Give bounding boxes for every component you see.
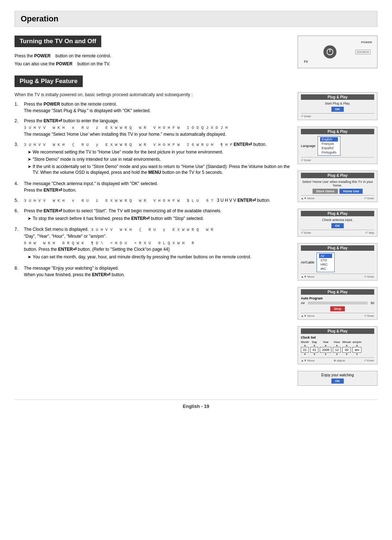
- panel4-ok-btn: OK: [331, 223, 344, 228]
- clock-col-ampm: am/pm ▲ am ▼: [352, 340, 362, 356]
- tv-remote-image: POWER SOURCE TV: [298, 36, 377, 68]
- clock-col-ampm-label: am/pm: [352, 340, 362, 344]
- plug-intro-text: When the TV is initially powered on, bas…: [15, 92, 290, 97]
- plug-play-section: Plug & Play Feature When the TV is initi…: [15, 75, 377, 389]
- panel7-label: Clock Set: [301, 336, 374, 339]
- clock-col-hour: Hour ▲ 12 ▼: [333, 340, 341, 356]
- clock-col-minute-label: Minute: [342, 340, 351, 344]
- power-button-icon: [323, 45, 336, 58]
- panel1-ok-btn: OK: [331, 107, 344, 112]
- step-3-bullet-1: ➤ We recommend setting the TV to "Home U…: [28, 149, 290, 155]
- panel-enjoy: Enjoy your watching OK: [298, 371, 377, 386]
- panel4-body: Check antenna input.: [301, 218, 374, 222]
- panel6-bottom: ▲▼ Move ⏎ Enter: [301, 313, 374, 318]
- turning-line-1: Press the POWER button on the remote con…: [15, 52, 290, 60]
- panel-antenna: Plug & Play Check antenna input. OK ⏎ En…: [298, 209, 377, 237]
- panel4-bottom: ⏎ Enter ⏎ Skip: [301, 230, 374, 234]
- step-8: 8. The message "Enjoy your watching" is …: [15, 265, 290, 278]
- section1-heading: Turning the TV On and Off: [15, 36, 101, 47]
- lang-english: English: [320, 137, 338, 142]
- section2-heading: Plug & Play Feature: [15, 75, 83, 87]
- panel2-bottom: ⏎ Enter: [301, 157, 374, 162]
- panel5-move: ▲▼ Move: [301, 275, 315, 278]
- panel7-title: Plug & Play: [301, 328, 374, 334]
- clock-val-minute: 00: [342, 347, 351, 353]
- panel3-home-use-btn: Home Use: [339, 189, 363, 194]
- step-6-bullet-1: ➤ To stop the search before it has finis…: [28, 216, 290, 222]
- panel8-body: Enjoy your watching: [301, 373, 374, 377]
- step-7-bullet-1: ➤ You can set the month, day, year, hour…: [28, 254, 290, 260]
- panel6-air-label: Air: [301, 301, 305, 305]
- clock-val-month: 01: [301, 347, 309, 353]
- turning-section: Turning the TV On and Off Press the POWE…: [15, 36, 377, 68]
- panel-air-cable: Plug & Play Air/Cable Air STD HRC IRC ▲▼…: [298, 243, 377, 281]
- panel1-body: Start Plug & Play.: [301, 102, 374, 105]
- step-3: 3. 3 U H V V W K H { R U y E X W W R Q W…: [15, 141, 290, 177]
- panel-home-use: Plug & Play Select 'Home Use' when insta…: [298, 171, 377, 202]
- panel2-lang-row: Language English Français Español Portug…: [301, 136, 374, 156]
- side-panels: Plug & Play Start Plug & Play. OK ⏎ Ente…: [298, 92, 377, 389]
- panel6-progress-bar: [308, 302, 368, 304]
- clock-col-year: Year ▲ 2008 ▼: [320, 340, 331, 356]
- panel1-title: Plug & Play: [301, 94, 374, 100]
- panel7-bottom: ▲▼ Move ⊕ Adjust ⏎ Enter: [301, 357, 374, 362]
- panel-auto-program: Plug & Play Auto Program Air 50 Stop ▲▼ …: [298, 287, 377, 320]
- panel3-store-demo-btn: Store Demo: [313, 189, 338, 194]
- panel4-title: Plug & Play: [301, 211, 374, 216]
- clock-col-day-label: Day: [310, 340, 318, 344]
- panel2-title: Plug & Play: [301, 129, 374, 134]
- step-4: 4. The message "Check antenna input." is…: [15, 180, 290, 193]
- clock-col-day: Day ▲ 01 ▼: [310, 340, 318, 356]
- panel7-clock-row: Month ▲ 01 ▼ Day ▲ 01 ▼ Year ▲ 2008: [301, 340, 374, 356]
- page-footer: English - 19: [15, 400, 377, 409]
- panel6-prog-row: Air 50: [301, 301, 374, 305]
- panel-start-plug-play: Plug & Play Start Plug & Play. OK ⏎ Ente…: [298, 92, 377, 120]
- page-title: Operation: [21, 14, 371, 24]
- air-option-air: Air: [319, 254, 332, 258]
- step-5: 5. 3 U H V V W K H x R U z E X W W R Q W…: [15, 197, 290, 204]
- clock-col-month: Month ▲ 01 ▼: [301, 340, 309, 356]
- panel8-ok-btn: OK: [331, 379, 344, 384]
- air-option-std: STD: [319, 258, 332, 262]
- panel6-title: Plug & Play: [301, 289, 374, 295]
- panel3-btn-row: Store Demo Home Use: [301, 189, 374, 194]
- clock-val-year: 2008: [320, 347, 331, 353]
- step-2: 2. Press the ENTER⏎ button to enter the …: [15, 118, 290, 138]
- step-3-bullet-3: ➤ If the unit is accidentally set to "St…: [28, 164, 290, 176]
- panel2-lang-list: English Français Español Português: [318, 136, 340, 156]
- step-3-bullet-2: ➤ "Store Demo" mode is only intended for…: [28, 156, 290, 163]
- turning-line-2: You can also use the POWER button on the…: [15, 60, 290, 68]
- lang-portugues: Português: [320, 150, 338, 155]
- air-option-irc: IRC: [319, 267, 332, 271]
- panel-clock-set: Plug & Play Clock Set Month ▲ 01 ▼ Day ▲…: [298, 326, 377, 364]
- panel6-stop-btn: Stop: [330, 306, 345, 311]
- panel3-title: Plug & Play: [301, 173, 374, 178]
- panel3-move: ▲▼ Move: [301, 197, 315, 200]
- step-6: 6. Press the ENTER⏎ button to select "St…: [15, 208, 290, 223]
- footer-text: English - 19: [183, 404, 209, 409]
- panel-language: Plug & Play Language English Français Es…: [298, 127, 377, 164]
- panel6-label: Auto Program: [301, 296, 374, 300]
- clock-col-minute: Minute ▲ 00 ▼: [342, 340, 351, 356]
- panel5-title: Plug & Play: [301, 245, 374, 251]
- panel6-channel-num: 50: [371, 301, 374, 305]
- panel3-bottom: ▲▼ Move ⏎ Enter: [301, 195, 374, 200]
- lang-espanol: Español: [320, 146, 338, 150]
- lang-francais: Français: [320, 142, 338, 146]
- panel5-bottom: ▲▼ Move ⏎ Enter: [301, 274, 374, 278]
- panel5-air-list: Air STD HRC IRC: [317, 253, 335, 272]
- clock-val-hour: 12: [333, 347, 341, 353]
- panel5-air-label: Air/Cable: [301, 261, 314, 264]
- clock-val-day: 01: [310, 347, 318, 353]
- panel6-move: ▲▼ Move: [301, 314, 315, 318]
- turning-text: Press the POWER button on the remote con…: [15, 52, 290, 68]
- panel5-air-row: Air/Cable Air STD HRC IRC: [301, 253, 374, 272]
- clock-val-ampm: am: [352, 347, 362, 353]
- clock-col-month-label: Month: [301, 340, 309, 344]
- steps-list: 1. Press the POWER button on the remote …: [15, 101, 290, 278]
- operation-header: Operation: [15, 11, 377, 27]
- clock-col-hour-label: Hour: [333, 340, 341, 344]
- panel1-bottom: ⏎ Enter: [301, 113, 374, 118]
- panel2-language-label: Language: [301, 144, 315, 148]
- panel3-body: Select 'Home Use' when installing this T…: [301, 180, 374, 187]
